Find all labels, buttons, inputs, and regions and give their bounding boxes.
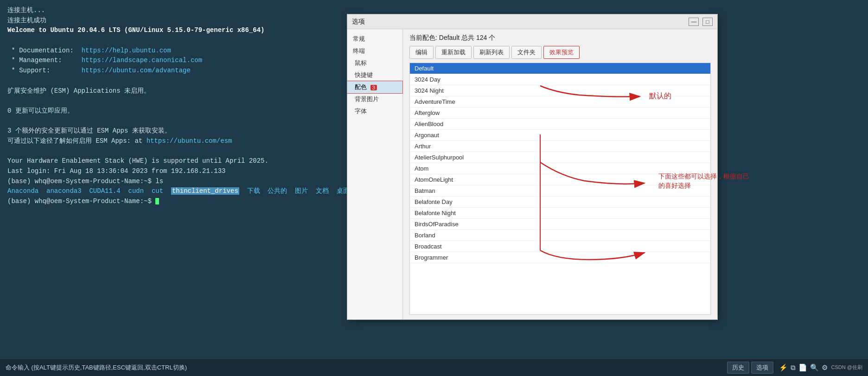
color-item[interactable]: Batman: [410, 185, 710, 197]
color-item[interactable]: Afterglow: [410, 108, 710, 119]
color-item[interactable]: Broadcast: [410, 241, 710, 252]
terminal-url: https://ubuntu.com/esm: [147, 137, 232, 145]
options-button[interactable]: 选项: [751, 362, 773, 374]
color-item[interactable]: Belafonte Night: [410, 208, 710, 219]
color-item[interactable]: 3024 Day: [410, 74, 710, 85]
color-item[interactable]: BirdsOfParadise: [410, 219, 710, 230]
dialog-body: 常规 终端 鼠标 快捷键 配色 3 背景图片 字体 当前配色: Default …: [347, 29, 717, 319]
dialog-titlebar: 选项 — □: [347, 14, 717, 29]
preview-button[interactable]: 效果预览: [543, 46, 580, 59]
color-item[interactable]: 3024 Night: [410, 85, 710, 96]
refresh-button[interactable]: 刷新列表: [473, 46, 510, 59]
maximize-button[interactable]: □: [702, 18, 713, 26]
sidebar-item-mouse[interactable]: 鼠标: [347, 57, 402, 69]
bolt-icon: ⚡: [779, 363, 788, 372]
edit-button[interactable]: 编辑: [409, 46, 434, 59]
dialog-window-controls: — □: [687, 18, 713, 26]
statusbar-text: 命令输入 (按ALT键提示历史,TAB键路径,ESC键返回,双击CTRL切换): [6, 363, 727, 372]
sidebar-item-background[interactable]: 背景图片: [347, 93, 402, 105]
sidebar-item-terminal[interactable]: 终端: [347, 45, 402, 57]
statusbar-buttons: 历史 选项 ⚡ ⧉ 📄 🔍 ⚙ CSDN @佐刷: [727, 362, 862, 374]
color-list[interactable]: Default 3024 Day 3024 Night AdventureTim…: [409, 63, 711, 315]
color-header: 当前配色: Default 总共 124 个: [409, 34, 711, 42]
color-item[interactable]: AtelierSulphurpool: [410, 152, 710, 163]
dialog-title: 选项: [352, 18, 365, 26]
sidebar-item-shortcuts[interactable]: 快捷键: [347, 69, 402, 81]
color-item[interactable]: AtomOneLight: [410, 174, 710, 185]
color-item[interactable]: Argonaut: [410, 130, 710, 141]
sidebar-item-color[interactable]: 配色 3: [347, 81, 402, 93]
terminal-url: https://ubuntu.com/advantage: [82, 67, 191, 74]
color-item[interactable]: Arthur: [410, 141, 710, 152]
sidebar-item-general[interactable]: 常规: [347, 33, 402, 45]
terminal-url: https://help.ubuntu.com: [82, 47, 171, 54]
reload-button[interactable]: 重新加载: [435, 46, 472, 59]
search-icon: 🔍: [810, 363, 819, 372]
color-toolbar: 编辑 重新加载 刷新列表 文件夹 效果预览: [409, 46, 711, 59]
statusbar-icons: ⚡ ⧉ 📄 🔍 ⚙: [779, 363, 828, 372]
file-icon: 📄: [798, 363, 807, 372]
color-item[interactable]: AdventureTime: [410, 96, 710, 108]
dialog-main: 当前配色: Default 总共 124 个 编辑 重新加载 刷新列表 文件夹 …: [403, 29, 717, 319]
history-button[interactable]: 历史: [727, 362, 749, 374]
color-item[interactable]: Atom: [410, 163, 710, 174]
folder-button[interactable]: 文件夹: [511, 46, 542, 59]
sidebar-item-font[interactable]: 字体: [347, 105, 402, 117]
csdn-label: CSDN @佐刷: [831, 364, 862, 371]
color-item[interactable]: AlienBlood: [410, 119, 710, 130]
color-item[interactable]: Belafonte Day: [410, 197, 710, 208]
copy-icon: ⧉: [791, 363, 796, 372]
options-dialog: 选项 — □ 常规 终端 鼠标 快捷键 配色 3 背景图片 字体 当前配色: D…: [347, 14, 718, 320]
dialog-sidebar: 常规 终端 鼠标 快捷键 配色 3 背景图片 字体: [347, 29, 403, 319]
minimize-button[interactable]: —: [689, 18, 699, 26]
color-item[interactable]: Borland: [410, 230, 710, 241]
statusbar: 命令输入 (按ALT键提示历史,TAB键路径,ESC键返回,双击CTRL切换) …: [0, 358, 868, 376]
terminal-url: https://landscape.canonical.com: [82, 57, 202, 64]
color-item-default[interactable]: Default: [410, 63, 710, 74]
settings-icon: ⚙: [822, 363, 828, 372]
color-item[interactable]: Brogrammer: [410, 252, 710, 263]
color-badge: 3: [370, 85, 377, 90]
